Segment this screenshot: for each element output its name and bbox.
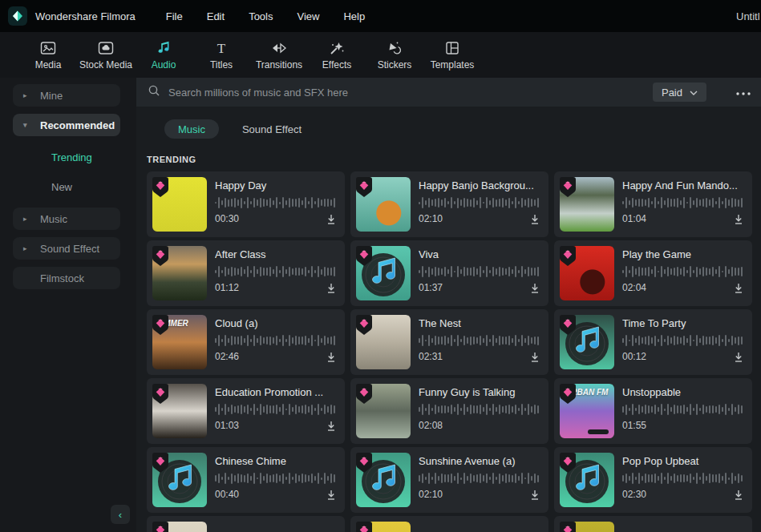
- premium-heart-badge-icon[interactable]: [559, 245, 577, 267]
- track-thumbnail[interactable]: [356, 246, 411, 300]
- sidebar-item-label: Trending: [51, 151, 92, 163]
- download-icon[interactable]: [528, 213, 541, 225]
- track-thumbnail[interactable]: [560, 246, 614, 300]
- tab-stock-media[interactable]: Stock Media: [77, 39, 135, 71]
- sidebar-collapse-button[interactable]: ‹: [111, 505, 130, 524]
- track-duration: 01:37: [419, 282, 443, 293]
- track-thumbnail[interactable]: [560, 177, 614, 232]
- premium-heart-badge-icon[interactable]: [559, 521, 577, 532]
- menu-edit[interactable]: Edit: [207, 10, 225, 22]
- track-thumbnail[interactable]: [152, 177, 207, 232]
- download-progress-pill: [588, 429, 609, 434]
- track-card[interactable]: Happy And Fun Mando... 01:04: [554, 171, 752, 237]
- track-card[interactable]: Sunshine Avenue (a) 02:10: [350, 447, 548, 513]
- sidebar-item-mine[interactable]: ▸Mine: [13, 84, 120, 107]
- waveform: [419, 404, 543, 415]
- track-card[interactable]: Viva 01:37: [350, 240, 548, 306]
- download-icon[interactable]: [325, 351, 338, 363]
- track-card[interactable]: URBAN FM Unstoppable 01:55: [554, 378, 752, 444]
- pill-music[interactable]: Music: [164, 119, 219, 139]
- sidebar-item-trending[interactable]: Trending: [13, 148, 120, 166]
- download-icon[interactable]: [732, 351, 745, 363]
- menu-tools[interactable]: Tools: [249, 10, 273, 22]
- track-thumbnail[interactable]: [356, 522, 411, 532]
- tab-audio[interactable]: Audio: [135, 39, 192, 71]
- tab-media[interactable]: Media: [19, 39, 77, 71]
- sidebar-item-filmstock[interactable]: Filmstock: [13, 267, 120, 289]
- premium-heart-badge-icon[interactable]: [559, 314, 577, 336]
- track-thumbnail[interactable]: [152, 453, 207, 507]
- track-thumbnail[interactable]: [152, 522, 207, 532]
- premium-heart-badge-icon[interactable]: [152, 176, 169, 198]
- sidebar-item-recommended[interactable]: ▾Recommended: [13, 114, 120, 136]
- download-icon[interactable]: [528, 489, 541, 501]
- track-card[interactable]: Happy Day 00:30: [147, 171, 345, 237]
- premium-heart-badge-icon[interactable]: [152, 383, 169, 405]
- tab-bar: Media Stock Media Audio T Titles Transit…: [0, 32, 761, 78]
- menu-file[interactable]: File: [166, 10, 183, 22]
- download-icon[interactable]: [528, 351, 541, 363]
- pill-sound-effect[interactable]: Sound Effect: [229, 119, 315, 139]
- track-card[interactable]: Education Promotion ... 01:03: [147, 378, 345, 444]
- premium-heart-badge-icon[interactable]: [355, 245, 373, 267]
- tab-titles[interactable]: T Titles: [192, 39, 250, 71]
- download-icon[interactable]: [732, 489, 745, 501]
- premium-heart-badge-icon[interactable]: [559, 383, 577, 405]
- track-duration: 01:04: [622, 213, 646, 224]
- premium-heart-badge-icon[interactable]: [355, 314, 373, 336]
- tab-transitions[interactable]: Transitions: [250, 39, 308, 71]
- sidebar-item-sound-effect[interactable]: ▸Sound Effect: [13, 237, 120, 260]
- premium-heart-badge-icon[interactable]: [152, 521, 169, 532]
- menu-help[interactable]: Help: [343, 10, 365, 22]
- track-thumbnail[interactable]: [356, 384, 411, 438]
- track-thumbnail[interactable]: UMMER: [152, 315, 207, 369]
- premium-heart-badge-icon[interactable]: [559, 452, 577, 474]
- download-icon[interactable]: [325, 282, 338, 294]
- track-card[interactable]: UMMER Cloud (a) 02:46: [147, 309, 345, 375]
- track-card-partial[interactable]: [554, 516, 752, 532]
- track-card-partial[interactable]: [350, 516, 548, 532]
- track-card[interactable]: Time To Party 00:12: [554, 309, 752, 375]
- search-bar[interactable]: Search millions of music and SFX here Pa…: [136, 78, 761, 107]
- more-options-button[interactable]: [735, 85, 751, 99]
- sidebar-item-music[interactable]: ▸Music: [13, 208, 120, 230]
- download-icon[interactable]: [325, 489, 338, 501]
- premium-heart-badge-icon[interactable]: [355, 521, 373, 532]
- track-thumbnail[interactable]: [356, 453, 411, 507]
- tab-stickers[interactable]: Stickers: [366, 39, 423, 71]
- track-card[interactable]: Happy Banjo Backgrou... 02:10: [350, 171, 548, 237]
- track-card[interactable]: After Class 01:12: [147, 240, 345, 306]
- track-thumbnail[interactable]: URBAN FM: [560, 384, 614, 438]
- track-thumbnail[interactable]: [560, 315, 614, 369]
- tab-effects[interactable]: Effects: [308, 39, 366, 71]
- download-icon[interactable]: [325, 213, 338, 225]
- premium-heart-badge-icon[interactable]: [355, 452, 373, 474]
- premium-heart-badge-icon[interactable]: [152, 245, 169, 267]
- download-icon[interactable]: [732, 282, 745, 294]
- track-thumbnail[interactable]: [152, 384, 207, 438]
- premium-heart-badge-icon[interactable]: [355, 383, 373, 405]
- tab-templates[interactable]: Templates: [423, 39, 481, 71]
- track-thumbnail[interactable]: [560, 453, 614, 507]
- track-card[interactable]: Funny Guy is Talking 02:08: [350, 378, 548, 444]
- track-card[interactable]: Pop Pop Upbeat 02:30: [554, 447, 752, 513]
- track-thumbnail[interactable]: [356, 315, 411, 369]
- premium-heart-badge-icon[interactable]: [152, 452, 169, 474]
- track-card[interactable]: Play the Game 02:04: [554, 240, 752, 306]
- premium-heart-badge-icon[interactable]: [559, 176, 577, 198]
- menu-view[interactable]: View: [297, 10, 319, 22]
- track-thumbnail[interactable]: [152, 246, 207, 300]
- premium-heart-badge-icon[interactable]: [152, 314, 169, 336]
- download-icon[interactable]: [325, 420, 338, 432]
- track-card[interactable]: Chinese Chime 00:40: [147, 447, 345, 513]
- track-thumbnail[interactable]: [560, 522, 614, 532]
- paid-filter-dropdown[interactable]: Paid: [653, 83, 706, 102]
- track-thumbnail[interactable]: [356, 177, 411, 232]
- download-icon[interactable]: [732, 213, 745, 225]
- premium-heart-badge-icon[interactable]: [355, 176, 373, 198]
- track-card[interactable]: The Nest 02:31: [350, 309, 548, 375]
- sidebar-item-new[interactable]: New: [13, 178, 120, 195]
- download-icon[interactable]: [528, 282, 541, 294]
- chevron-right-icon: ▸: [23, 91, 30, 99]
- track-card-partial[interactable]: [147, 516, 345, 532]
